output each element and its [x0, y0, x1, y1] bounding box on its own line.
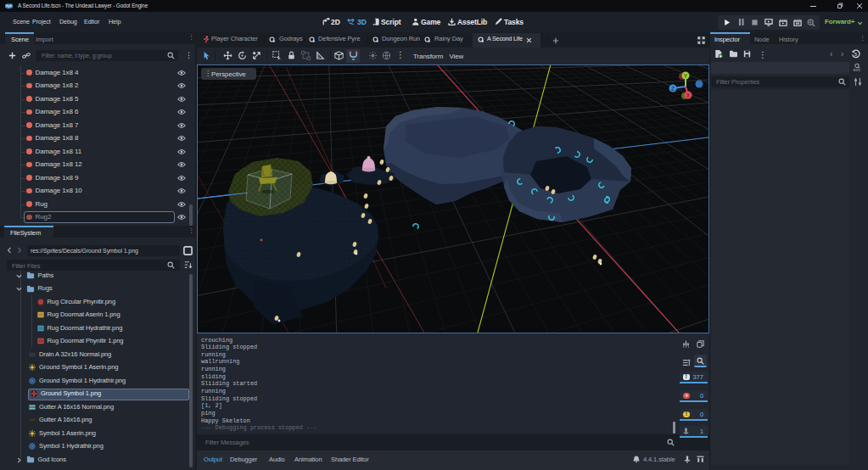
- svg-text:5: 5: [854, 52, 857, 57]
- svg-text:X: X: [686, 92, 691, 98]
- svg-text:DOC: DOC: [854, 70, 861, 73]
- svg-text:Z: Z: [671, 86, 675, 92]
- svg-text:Y: Y: [684, 73, 688, 79]
